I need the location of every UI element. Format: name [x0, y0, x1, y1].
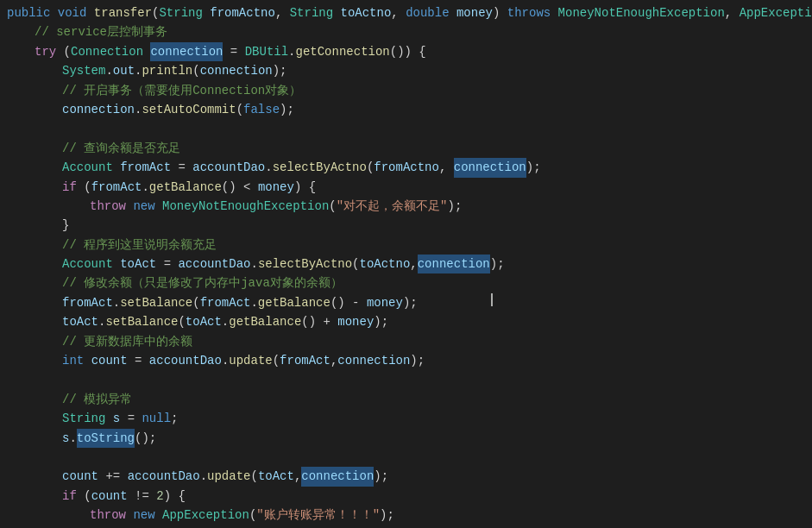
- code-line-26: if (count != 2) {: [0, 487, 812, 506]
- code-line-7: [0, 119, 812, 138]
- code-line-21: // 模拟异常: [0, 390, 812, 409]
- code-line-16: fromAct.setBalance(fromAct.getBalance() …: [0, 293, 812, 312]
- code-line-18: // 更新数据库中的余额: [0, 332, 812, 351]
- code-line-19: int count = accountDao.update(fromAct,co…: [0, 351, 812, 370]
- code-line-14: Account toAct = accountDao.selectByActno…: [0, 255, 812, 273]
- code-line-5: // 开启事务（需要使用Connection对象）: [0, 81, 812, 100]
- code-line-17: toAct.setBalance(toAct.getBalance() + mo…: [0, 312, 812, 331]
- code-line-11: throw new MoneyNotEnoughException("对不起，余…: [0, 197, 812, 216]
- code-line-13: // 程序到这里说明余额充足: [0, 236, 812, 255]
- code-line-27: throw new AppException("账户转账异常！！！");: [0, 506, 812, 525]
- code-line-15: // 修改余额（只是修改了内存中java对象的余额）: [0, 273, 812, 292]
- code-line-3: try (Connection connection = DBUtil.getC…: [0, 42, 812, 61]
- code-line-22: String s = null;: [0, 409, 812, 428]
- code-editor: public void transfer(String fromActno, S…: [0, 0, 812, 528]
- code-line-25: count += accountDao.update(toAct,connect…: [0, 467, 812, 486]
- code-line-23: s.toString();: [0, 429, 812, 448]
- code-line-20: [0, 370, 812, 389]
- code-line-8: // 查询余额是否充足: [0, 139, 812, 158]
- code-line-1: public void transfer(String fromActno, S…: [0, 3, 812, 22]
- code-line-12: }: [0, 216, 812, 235]
- code-line-10: if (fromAct.getBalance() < money) {: [0, 178, 812, 197]
- text-cursor: [491, 293, 493, 306]
- code-line-28: }: [0, 525, 812, 528]
- code-line-4: System.out.println(connection);: [0, 61, 812, 80]
- code-line-24: [0, 448, 812, 467]
- code-line-6: connection.setAutoCommit(false);: [0, 100, 812, 119]
- code-line-9: Account fromAct = accountDao.selectByAct…: [0, 158, 812, 177]
- code-line-2: // service层控制事务: [0, 22, 812, 41]
